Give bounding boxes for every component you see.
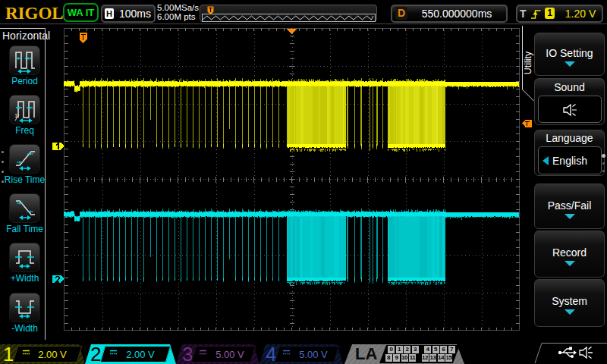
svg-text:1: 1 bbox=[14, 112, 18, 119]
